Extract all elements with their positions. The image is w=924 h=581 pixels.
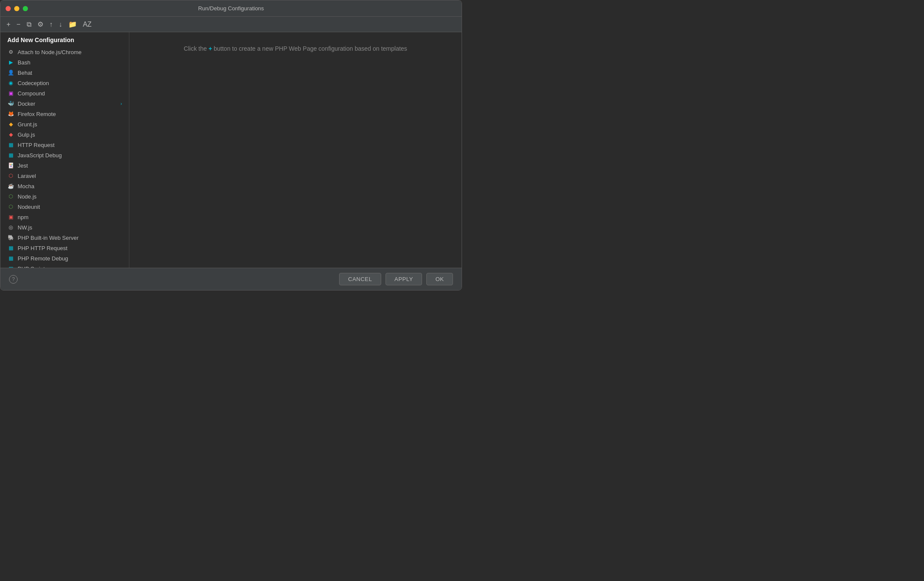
bash-label: Bash	[18, 59, 122, 66]
bash-icon: ▶	[7, 59, 14, 66]
jest-label: Jest	[18, 162, 122, 169]
sidebar-item-nwjs[interactable]: ◎NW.js	[0, 222, 129, 232]
mocha-label: Mocha	[18, 183, 122, 190]
nwjs-label: NW.js	[18, 224, 122, 231]
php-script-label: PHP Script	[18, 266, 122, 268]
remove-config-button[interactable]: −	[15, 20, 22, 29]
codeception-icon: ◉	[7, 80, 14, 86]
right-panel: Click the + button to create a new PHP W…	[129, 32, 462, 268]
nodeunit-label: Nodeunit	[18, 204, 122, 210]
jest-icon: 🃏	[7, 162, 14, 169]
codeception-label: Codeception	[18, 80, 122, 86]
sidebar-item-npm[interactable]: ▣npm	[0, 212, 129, 222]
behat-label: Behat	[18, 70, 122, 76]
sidebar-header: Add New Configuration	[0, 32, 129, 47]
footer: ? CANCEL APPLY OK	[0, 268, 462, 290]
http-request-label: HTTP Request	[18, 142, 122, 148]
behat-icon: 👤	[7, 69, 14, 76]
title-bar: Run/Debug Configurations	[0, 0, 462, 17]
sidebar-item-mocha[interactable]: ☕Mocha	[0, 181, 129, 191]
help-button[interactable]: ?	[9, 275, 18, 284]
window-controls[interactable]	[6, 6, 28, 11]
sidebar-item-attach-node[interactable]: ⚙Attach to Node.js/Chrome	[0, 47, 129, 57]
folder-button[interactable]: 📁	[67, 20, 79, 29]
gulpjs-label: Gulp.js	[18, 131, 122, 138]
php-remote-label: PHP Remote Debug	[18, 255, 122, 262]
move-up-button[interactable]: ↑	[48, 20, 55, 29]
sidebar-item-php-remote[interactable]: ▦PHP Remote Debug	[0, 253, 129, 263]
sidebar-item-behat[interactable]: 👤Behat	[0, 67, 129, 78]
firefox-remote-label: Firefox Remote	[18, 111, 122, 117]
docker-label: Docker	[18, 101, 117, 107]
sidebar-item-gruntjs[interactable]: ◆Grunt.js	[0, 119, 129, 129]
php-http-icon: ▦	[7, 245, 14, 251]
php-http-label: PHP HTTP Request	[18, 245, 122, 251]
nodejs-icon: ⬡	[7, 193, 14, 200]
window-title: Run/Debug Configurations	[198, 5, 264, 12]
nodeunit-icon: ⬡	[7, 203, 14, 210]
php-script-icon: ▦	[7, 265, 14, 268]
docker-chevron: ›	[120, 101, 122, 106]
sidebar-item-gulpjs[interactable]: ◆Gulp.js	[0, 129, 129, 140]
javascript-debug-label: JavaScript Debug	[18, 152, 122, 159]
sidebar-item-docker[interactable]: 🐳Docker›	[0, 98, 129, 109]
cancel-button[interactable]: CANCEL	[339, 273, 381, 285]
sidebar-item-codeception[interactable]: ◉Codeception	[0, 78, 129, 88]
footer-right: CANCEL APPLY OK	[339, 273, 453, 285]
sidebar-item-http-request[interactable]: ▦HTTP Request	[0, 140, 129, 150]
sidebar-item-compound[interactable]: ▣Compound	[0, 88, 129, 98]
sidebar-item-jest[interactable]: 🃏Jest	[0, 160, 129, 171]
minimize-button[interactable]	[14, 6, 19, 11]
sidebar-list: ⚙Attach to Node.js/Chrome▶Bash👤Behat◉Cod…	[0, 47, 129, 268]
npm-label: npm	[18, 214, 122, 220]
add-config-button[interactable]: +	[5, 20, 12, 29]
nodejs-label: Node.js	[18, 193, 122, 200]
firefox-remote-icon: 🦊	[7, 110, 14, 117]
compound-label: Compound	[18, 90, 122, 97]
sidebar-item-php-script[interactable]: ▦PHP Script	[0, 263, 129, 268]
sidebar: Add New Configuration ⚙Attach to Node.js…	[0, 32, 129, 268]
settings-button[interactable]: ⚙	[36, 20, 45, 29]
maximize-button[interactable]	[23, 6, 28, 11]
sidebar-item-bash[interactable]: ▶Bash	[0, 57, 129, 67]
hint-text: Click the + button to create a new PHP W…	[184, 45, 407, 52]
ok-button[interactable]: OK	[426, 273, 453, 285]
sidebar-item-nodeunit[interactable]: ⬡Nodeunit	[0, 202, 129, 212]
php-builtin-icon: 🐘	[7, 234, 14, 241]
sidebar-item-nodejs[interactable]: ⬡Node.js	[0, 191, 129, 202]
laravel-label: Laravel	[18, 173, 122, 179]
main-content: Add New Configuration ⚙Attach to Node.js…	[0, 32, 462, 268]
gruntjs-icon: ◆	[7, 121, 14, 128]
sidebar-item-firefox-remote[interactable]: 🦊Firefox Remote	[0, 109, 129, 119]
sidebar-item-laravel[interactable]: ⬡Laravel	[0, 171, 129, 181]
nwjs-icon: ◎	[7, 224, 14, 231]
apply-button[interactable]: APPLY	[386, 273, 422, 285]
copy-config-button[interactable]: ⧉	[25, 20, 33, 29]
plus-icon: +	[208, 45, 212, 52]
mocha-icon: ☕	[7, 183, 14, 190]
http-request-icon: ▦	[7, 141, 14, 148]
attach-node-label: Attach to Node.js/Chrome	[18, 49, 122, 55]
toolbar: + − ⧉ ⚙ ↑ ↓ 📁 AZ	[0, 17, 462, 32]
php-remote-icon: ▦	[7, 255, 14, 262]
sidebar-item-php-http[interactable]: ▦PHP HTTP Request	[0, 243, 129, 253]
php-builtin-label: PHP Built-in Web Server	[18, 235, 122, 241]
javascript-debug-icon: ▦	[7, 152, 14, 159]
sidebar-item-javascript-debug[interactable]: ▦JavaScript Debug	[0, 150, 129, 160]
footer-left: ?	[9, 275, 18, 284]
laravel-icon: ⬡	[7, 172, 14, 179]
gruntjs-label: Grunt.js	[18, 121, 122, 128]
move-down-button[interactable]: ↓	[57, 20, 64, 29]
docker-icon: 🐳	[7, 100, 14, 107]
gulpjs-icon: ◆	[7, 131, 14, 138]
sidebar-item-php-builtin[interactable]: 🐘PHP Built-in Web Server	[0, 232, 129, 243]
npm-icon: ▣	[7, 214, 14, 220]
compound-icon: ▣	[7, 90, 14, 97]
close-button[interactable]	[6, 6, 11, 11]
sort-button[interactable]: AZ	[81, 20, 93, 29]
attach-node-icon: ⚙	[7, 49, 14, 55]
